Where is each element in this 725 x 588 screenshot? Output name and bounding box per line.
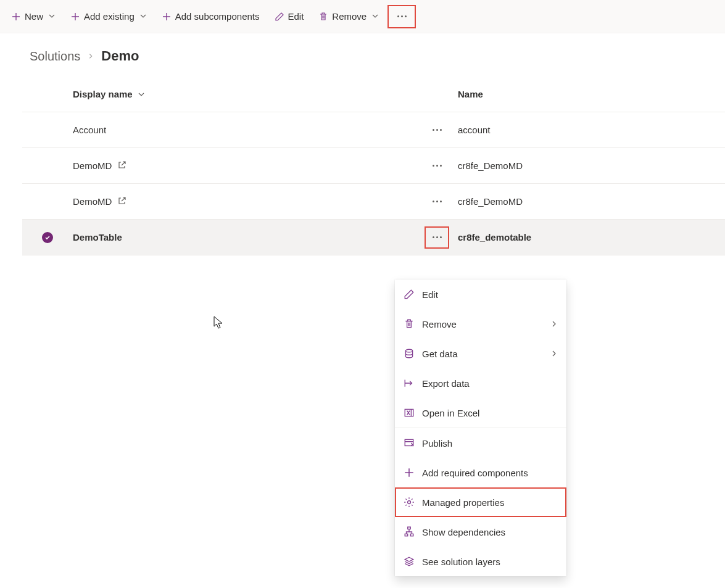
row-more-button[interactable]	[425, 191, 449, 213]
column-display-name[interactable]: Display name	[73, 89, 416, 99]
chevron-down-icon	[138, 91, 145, 98]
new-label: New	[25, 11, 43, 22]
column-name[interactable]: Name	[458, 89, 725, 99]
pencil-icon	[275, 12, 284, 22]
display-name-text: Account	[73, 125, 106, 135]
name-cell: cr8fe_DemoMD	[458, 196, 725, 207]
chevron-down-icon	[139, 11, 147, 22]
external-link-icon[interactable]	[118, 160, 126, 171]
display-name-text: DemoTable	[73, 232, 122, 242]
add-existing-label: Add existing	[84, 11, 135, 22]
plus-icon	[11, 12, 21, 22]
selected-check-icon	[42, 232, 53, 243]
more-icon	[433, 236, 442, 238]
row-more-button[interactable]	[425, 119, 449, 141]
name-cell: account	[458, 125, 725, 135]
table-header: Display name Name	[22, 77, 725, 112]
table-row[interactable]: Accountaccount	[22, 112, 725, 148]
remove-button[interactable]: Remove	[312, 6, 385, 27]
display-name-cell[interactable]: DemoMD	[73, 196, 416, 207]
table-row[interactable]: DemoMDcr8fe_DemoMD	[22, 184, 725, 220]
more-icon	[433, 129, 442, 131]
more-icon	[433, 201, 442, 202]
breadcrumb-current: Demo	[101, 48, 139, 64]
display-name-text: DemoMD	[73, 196, 112, 207]
row-more-button[interactable]	[425, 155, 449, 177]
table-row[interactable]: DemoMDcr8fe_DemoMD	[22, 148, 725, 184]
display-name-cell[interactable]: DemoMD	[73, 160, 416, 171]
edit-button[interactable]: Edit	[268, 6, 310, 27]
solution-components-table: Display name Name AccountaccountDemoMDcr…	[22, 77, 725, 255]
more-icon	[433, 165, 442, 167]
display-name-cell[interactable]: Account	[73, 125, 416, 135]
breadcrumb: Solutions Demo	[0, 33, 725, 77]
chevron-down-icon	[48, 11, 56, 22]
display-name-cell[interactable]: DemoTable	[73, 232, 416, 242]
name-cell: cr8fe_demotable	[458, 232, 725, 242]
external-link-icon[interactable]	[118, 196, 126, 207]
plus-icon	[162, 12, 172, 22]
plus-icon	[70, 12, 80, 22]
display-name-text: DemoMD	[73, 160, 112, 171]
remove-label: Remove	[332, 11, 367, 22]
command-bar: New Add existing Add subcomponents Edit …	[0, 0, 725, 33]
name-cell: cr8fe_DemoMD	[458, 160, 725, 171]
breadcrumb-root[interactable]: Solutions	[30, 49, 80, 64]
table-row[interactable]: DemoTablecr8fe_demotable	[22, 220, 725, 255]
new-button[interactable]: New	[5, 6, 62, 27]
edit-label: Edit	[288, 11, 304, 22]
add-subcomponents-button[interactable]: Add subcomponents	[155, 6, 266, 27]
row-more-button[interactable]	[425, 226, 449, 249]
overflow-menu-button[interactable]	[387, 5, 416, 28]
add-existing-button[interactable]: Add existing	[64, 6, 153, 27]
chevron-down-icon	[371, 11, 379, 22]
chevron-right-icon	[88, 51, 94, 62]
more-icon	[397, 15, 407, 17]
add-subcomponents-label: Add subcomponents	[175, 11, 260, 22]
trash-icon	[318, 12, 328, 22]
